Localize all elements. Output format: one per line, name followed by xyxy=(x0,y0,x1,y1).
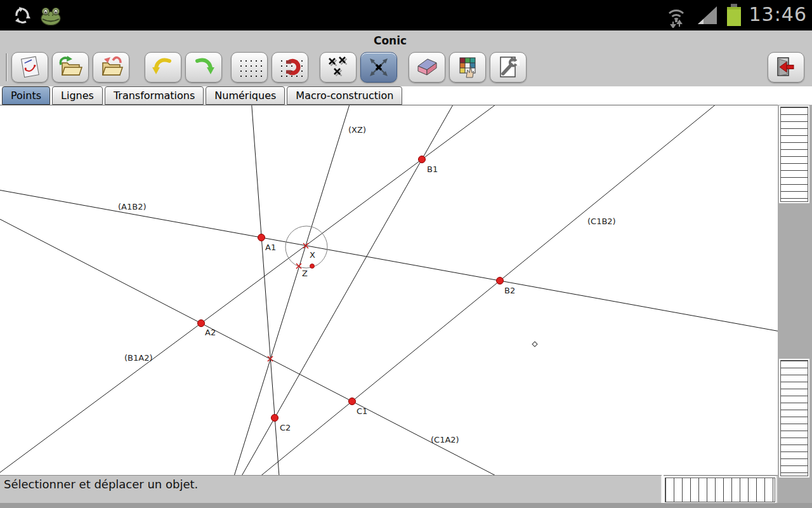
app-chrome: Conic xyxy=(0,30,812,86)
show-grid-button[interactable] xyxy=(231,52,268,83)
label-line-C1A2: (C1A2) xyxy=(431,435,459,444)
point-A1[interactable] xyxy=(258,234,265,241)
label-B2: B2 xyxy=(504,286,515,295)
label-line-B1A2: (B1A2) xyxy=(124,353,153,363)
points-crosses-icon xyxy=(325,54,351,81)
point-B1[interactable] xyxy=(419,156,426,163)
grid-icon xyxy=(237,57,263,79)
label-line-XZ: (XZ) xyxy=(348,125,366,135)
app-screen: 13:46 Conic xyxy=(0,0,812,508)
line-B1A2[interactable] xyxy=(0,105,501,472)
line-XZ[interactable] xyxy=(233,105,351,476)
horizontal-zoom-slider[interactable] xyxy=(665,478,775,502)
label-Z: Z xyxy=(302,269,308,278)
footer-strip xyxy=(0,503,812,508)
signal-icon xyxy=(697,5,718,25)
point-C2[interactable] xyxy=(272,415,278,422)
tab-transformations[interactable]: Transformations xyxy=(105,86,204,105)
line-A1B2[interactable] xyxy=(0,190,778,331)
status-message: Sélectionner et déplacer un objet. xyxy=(4,478,198,491)
frog-icon xyxy=(39,6,62,26)
label-C2: C2 xyxy=(280,423,291,432)
window-title: Conic xyxy=(0,34,780,47)
recycle-icon xyxy=(13,6,33,25)
move-objects-button[interactable] xyxy=(360,52,397,83)
point-A2[interactable] xyxy=(198,320,205,327)
point-B2[interactable] xyxy=(497,277,504,284)
free-point[interactable] xyxy=(310,264,315,269)
label-B1: B1 xyxy=(427,164,438,174)
canvas-area: A1B1B2A2C2C1XZ(A1B2)(C1B2)(C1A2)(B1A2)(X… xyxy=(0,105,778,475)
open-folder-green-icon xyxy=(57,54,84,81)
geometry-canvas[interactable]: A1B1B2A2C2C1XZ(A1B2)(C1B2)(C1A2)(B1A2)(X… xyxy=(0,105,778,476)
line-C1B2[interactable] xyxy=(254,105,720,476)
tab-macro-construction[interactable]: Macro-construction xyxy=(287,86,402,105)
label-line-C1B2: (C1B2) xyxy=(587,217,616,226)
appearance-button[interactable] xyxy=(449,52,486,83)
settings-button[interactable] xyxy=(490,52,527,83)
new-document-button[interactable] xyxy=(11,52,48,83)
label-X: X xyxy=(310,250,315,260)
move-arrows-icon xyxy=(365,54,392,81)
status-message-bar: Sélectionner et déplacer un objet. xyxy=(0,475,662,503)
android-status-bar: 13:46 xyxy=(0,0,812,30)
ruler-panel xyxy=(664,475,778,503)
undo-button[interactable] xyxy=(145,52,181,83)
vertical-zoom-slider-top[interactable] xyxy=(780,107,808,202)
toolbar-handle xyxy=(6,53,8,81)
snap-to-grid-button[interactable] xyxy=(272,52,308,83)
right-scroll-strip xyxy=(778,105,812,508)
eraser-button[interactable] xyxy=(409,52,445,83)
line-C1A2[interactable] xyxy=(0,219,501,476)
tab-numériques[interactable]: Numériques xyxy=(206,86,285,105)
color-palette-hand-icon xyxy=(454,54,481,81)
tab-bar: PointsLignesTransformationsNumériquesMac… xyxy=(2,86,404,105)
battery-icon xyxy=(723,3,745,28)
open-folder-red-icon xyxy=(98,54,124,81)
label-line-A1B2: (A1B2) xyxy=(118,202,147,211)
tab-lignes[interactable]: Lignes xyxy=(52,86,103,105)
undo-icon xyxy=(150,54,176,81)
wifi-icon xyxy=(665,4,689,28)
label-A1: A1 xyxy=(265,243,276,252)
load-file-button[interactable] xyxy=(52,52,89,83)
magnet-icon xyxy=(277,55,304,81)
exit-door-icon xyxy=(773,54,799,81)
hide-points-button[interactable] xyxy=(320,52,357,83)
label-C1: C1 xyxy=(357,406,367,416)
diamond-point[interactable] xyxy=(532,342,537,347)
redo-icon xyxy=(190,54,217,81)
exit-button[interactable] xyxy=(768,52,804,83)
eraser-icon xyxy=(414,54,440,81)
label-A2: A2 xyxy=(205,328,216,337)
save-file-button[interactable] xyxy=(93,52,129,83)
wrench-icon xyxy=(495,54,521,81)
vertical-zoom-slider-bottom[interactable] xyxy=(780,360,808,476)
tab-points[interactable]: Points xyxy=(2,86,50,105)
redo-button[interactable] xyxy=(185,52,222,83)
new-document-icon xyxy=(16,54,43,81)
clock: 13:46 xyxy=(749,3,807,25)
point-C1[interactable] xyxy=(349,398,356,405)
